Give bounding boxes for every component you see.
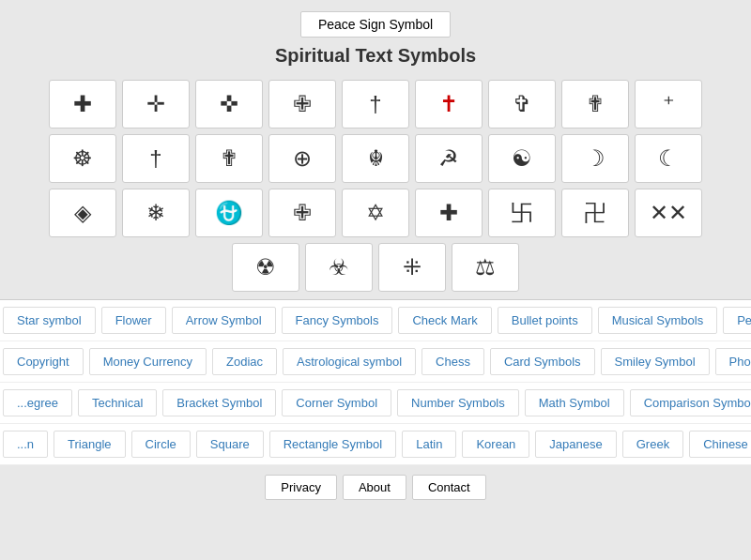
- symbol-box[interactable]: ✟: [195, 134, 263, 183]
- nav-degree[interactable]: ...egree: [3, 389, 72, 416]
- nav-greek[interactable]: Greek: [622, 431, 683, 458]
- symbol-box[interactable]: ✙: [268, 189, 336, 237]
- symbol-box[interactable]: ✕✕: [635, 189, 702, 237]
- nav-star-symbol[interactable]: Star symbol: [3, 307, 96, 334]
- symbols-grid: ✚ ✛ ✜ ✙ † ✝ ✞ ✟ ⁺ ☸ † ✟ ⊕ ☬ ☭ ☯ ☽ ☾ ◈ ❄ …: [0, 80, 751, 292]
- symbol-box[interactable]: ⁜: [378, 243, 446, 292]
- nav-row-4: ...n Triangle Circle Square Rectangle Sy…: [0, 424, 751, 465]
- peace-sign-button[interactable]: Peace Sign Symbol: [300, 11, 451, 38]
- symbol-row-2: ☸ † ✟ ⊕ ☬ ☭ ☯ ☽ ☾: [49, 134, 702, 183]
- symbol-row-1: ✚ ✛ ✜ ✙ † ✝ ✞ ✟ ⁺: [49, 80, 702, 129]
- nav-astrological[interactable]: Astrological symbol: [283, 348, 416, 375]
- nav-math[interactable]: Math Symbol: [525, 389, 624, 416]
- symbol-box[interactable]: ⊕: [268, 134, 336, 183]
- nav-chess[interactable]: Chess: [421, 348, 484, 375]
- symbol-box[interactable]: †: [122, 134, 190, 183]
- nav-musical-symbols[interactable]: Musical Symbols: [598, 307, 718, 334]
- privacy-button[interactable]: Privacy: [265, 475, 337, 500]
- nav-row-2: Copyright Money Currency Zodiac Astrolog…: [0, 341, 751, 383]
- nav-technical[interactable]: Technical: [78, 389, 157, 416]
- nav-phonet[interactable]: Phonet...: [715, 348, 751, 375]
- nav-zodiac[interactable]: Zodiac: [212, 348, 277, 375]
- about-button[interactable]: About: [343, 475, 406, 500]
- symbol-box[interactable]: ☽: [561, 134, 629, 183]
- nav-chinese[interactable]: Chinese: [689, 431, 751, 458]
- symbol-row-3: ◈ ❄ ⛎ ✙ ✡ ✚ 卐 卍 ✕✕: [49, 189, 702, 237]
- contact-button[interactable]: Contact: [412, 475, 486, 500]
- nav-arrow-symbol[interactable]: Arrow Symbol: [172, 307, 276, 334]
- nav-section: Star symbol Flower Arrow Symbol Fancy Sy…: [0, 299, 751, 465]
- symbol-box[interactable]: ☢: [232, 243, 299, 292]
- nav-flower[interactable]: Flower: [101, 307, 166, 334]
- symbol-box[interactable]: ✟: [561, 80, 629, 129]
- nav-money-currency[interactable]: Money Currency: [89, 348, 207, 375]
- symbol-box[interactable]: ⁺: [635, 80, 702, 129]
- symbol-box[interactable]: 卍: [561, 189, 629, 237]
- nav-japanese[interactable]: Japanese: [535, 431, 616, 458]
- footer: Privacy About Contact: [0, 465, 751, 506]
- symbol-box[interactable]: ✡: [342, 189, 409, 237]
- nav-bullet-points[interactable]: Bullet points: [498, 307, 592, 334]
- symbol-box[interactable]: ✝: [415, 80, 483, 129]
- nav-square[interactable]: Square: [196, 431, 264, 458]
- nav-korean[interactable]: Korean: [462, 431, 529, 458]
- nav-comparison[interactable]: Comparison Symbol: [630, 389, 751, 416]
- nav-check-mark[interactable]: Check Mark: [398, 307, 491, 334]
- symbol-row-4: ☢ ☣ ⁜ ⚖: [232, 243, 519, 292]
- symbol-box[interactable]: ☬: [342, 134, 409, 183]
- nav-fancy-symbols[interactable]: Fancy Symbols: [282, 307, 393, 334]
- symbol-box[interactable]: ✚: [415, 189, 483, 237]
- nav-row-3: ...egree Technical Bracket Symbol Corner…: [0, 383, 751, 424]
- symbol-box[interactable]: ✜: [195, 80, 263, 129]
- nav-smiley[interactable]: Smiley Symbol: [601, 348, 710, 375]
- symbol-box[interactable]: ✛: [122, 80, 190, 129]
- symbol-box[interactable]: ☭: [415, 134, 483, 183]
- symbol-box[interactable]: ⚖: [452, 243, 519, 292]
- symbol-box[interactable]: ☸: [49, 134, 116, 183]
- symbol-box[interactable]: ⛎: [195, 189, 263, 237]
- page-title: Spiritual Text Symbols: [0, 45, 751, 67]
- nav-card-symbols[interactable]: Card Symbols: [490, 348, 595, 375]
- nav-copyright[interactable]: Copyright: [3, 348, 84, 375]
- symbol-box[interactable]: ◈: [49, 189, 116, 237]
- symbol-box[interactable]: 卐: [488, 189, 556, 237]
- nav-circle[interactable]: Circle: [131, 431, 191, 458]
- symbol-box[interactable]: ✞: [488, 80, 556, 129]
- nav-rectangle[interactable]: Rectangle Symbol: [269, 431, 397, 458]
- nav-latin[interactable]: Latin: [402, 431, 456, 458]
- nav-bracket[interactable]: Bracket Symbol: [162, 389, 276, 416]
- nav-triangle[interactable]: Triangle: [54, 431, 125, 458]
- symbol-box[interactable]: †: [342, 80, 409, 129]
- nav-row-1: Star symbol Flower Arrow Symbol Fancy Sy…: [0, 300, 751, 341]
- symbol-box[interactable]: ❄: [122, 189, 190, 237]
- symbol-box[interactable]: ☾: [635, 134, 702, 183]
- symbol-box[interactable]: ☯: [488, 134, 556, 183]
- nav-corner[interactable]: Corner Symbol: [282, 389, 391, 416]
- symbol-box[interactable]: ✙: [268, 80, 336, 129]
- nav-number[interactable]: Number Symbols: [397, 389, 519, 416]
- symbol-box[interactable]: ☣: [305, 243, 373, 292]
- nav-pe[interactable]: Pe...: [723, 307, 751, 334]
- nav-n[interactable]: ...n: [3, 431, 48, 458]
- symbol-box[interactable]: ✚: [49, 80, 116, 129]
